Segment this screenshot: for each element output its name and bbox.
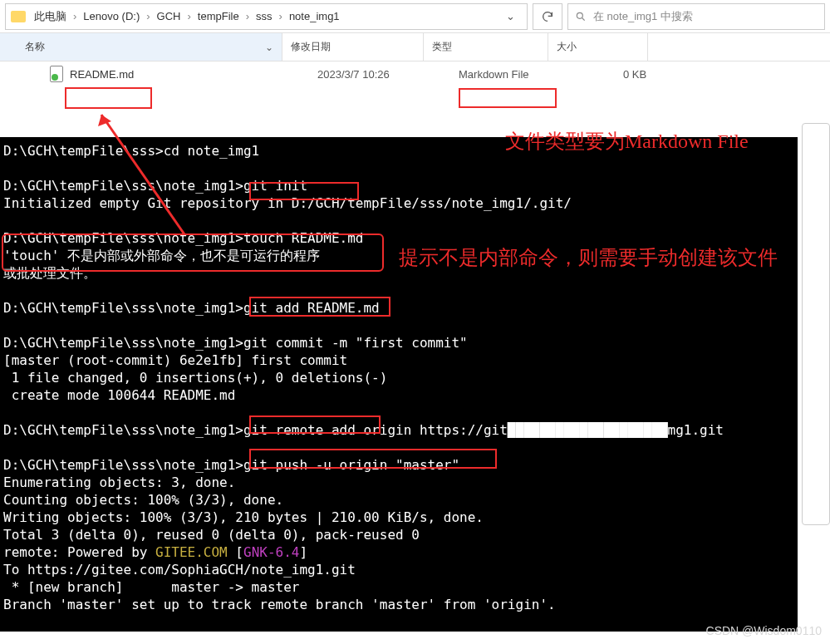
- column-header-size[interactable]: 大小: [548, 33, 648, 61]
- refresh-icon: [541, 10, 554, 23]
- file-type-cell: Markdown File: [449, 68, 573, 81]
- search-input[interactable]: 在 note_img1 中搜索: [567, 3, 825, 30]
- column-header-type[interactable]: 类型: [424, 33, 548, 61]
- file-size-cell: 0 KB: [573, 68, 673, 81]
- window-edge: [802, 123, 830, 525]
- breadcrumb-seg[interactable]: sss: [254, 10, 274, 22]
- breadcrumb[interactable]: 此电脑› Lenovo (D:)› GCH› tempFile› sss› no…: [32, 9, 341, 24]
- file-date-cell: 2023/3/7 10:26: [307, 68, 449, 81]
- file-row[interactable]: README.md 2023/3/7 10:26 Markdown File 0…: [0, 61, 830, 86]
- chevron-down-icon[interactable]: ⌄: [499, 10, 522, 22]
- search-placeholder: 在 note_img1 中搜索: [593, 9, 693, 24]
- breadcrumb-seg[interactable]: note_img1: [287, 10, 341, 22]
- explorer-address-row: 此电脑› Lenovo (D:)› GCH› tempFile› sss› no…: [0, 0, 830, 33]
- folder-icon: [11, 11, 26, 22]
- file-name: README.md: [70, 68, 134, 81]
- sort-icon: ⌄: [265, 42, 273, 53]
- breadcrumb-seg[interactable]: Lenovo (D:): [81, 10, 141, 22]
- watermark: CSDN @Wisdom0110: [706, 624, 822, 637]
- annotation-box: [65, 87, 152, 109]
- svg-point-0: [577, 12, 582, 18]
- file-name-cell[interactable]: README.md: [50, 66, 307, 82]
- search-icon: [575, 11, 587, 22]
- markdown-file-icon: [50, 66, 63, 82]
- svg-marker-3: [98, 115, 111, 126]
- column-headers: 名称 ⌄ 修改日期 类型 大小: [0, 33, 830, 61]
- annotation-box: [459, 88, 557, 108]
- terminal-window[interactable]: D:\GCH\tempFile\sss>cd note_img1 D:\GCH\…: [0, 137, 798, 632]
- breadcrumb-seg[interactable]: 此电脑: [32, 9, 68, 24]
- breadcrumb-seg[interactable]: tempFile: [196, 10, 241, 22]
- address-bar[interactable]: 此电脑› Lenovo (D:)› GCH› tempFile› sss› no…: [5, 3, 528, 30]
- breadcrumb-seg[interactable]: GCH: [155, 10, 183, 22]
- column-header-name[interactable]: 名称 ⌄: [0, 33, 282, 61]
- refresh-button[interactable]: [533, 3, 562, 30]
- svg-line-1: [582, 17, 585, 20]
- column-header-date[interactable]: 修改日期: [282, 33, 424, 61]
